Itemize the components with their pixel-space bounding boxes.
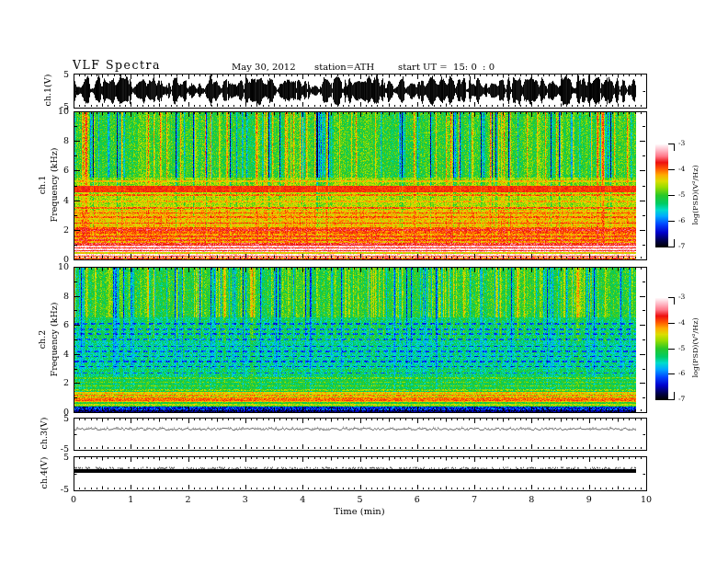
date-label: May 30, 2012 bbox=[232, 63, 296, 72]
spec2-freq-tick-label: 8 bbox=[63, 292, 69, 301]
x-tick-label: 9 bbox=[586, 495, 592, 504]
x-tick-label: 7 bbox=[472, 495, 477, 504]
spec1-freq-tick-label: 2 bbox=[63, 225, 69, 235]
colorbar2-label: log(PSD)(V²/Hz) bbox=[692, 317, 700, 377]
spec1-axis-label: Frequency (kHz) bbox=[50, 148, 59, 223]
ch4v-volt-tick-label: 5 bbox=[63, 453, 69, 462]
colorbar1-tick-label: -3 bbox=[678, 140, 685, 147]
spec2-freq-tick-label: 10 bbox=[58, 262, 69, 271]
spec1-freq-tick-label: 8 bbox=[63, 136, 69, 145]
ch1v-volt-tick-label: 5 bbox=[63, 70, 69, 79]
colorbar1-tick-label: -5 bbox=[678, 191, 685, 199]
colorbar1-tick-label: -6 bbox=[678, 217, 685, 224]
colorbar2-tick-label: -3 bbox=[678, 293, 685, 301]
colorbar1-tick-label: -7 bbox=[678, 243, 685, 250]
spec2-freq-tick-label: 4 bbox=[63, 350, 69, 359]
spec1-freq-tick-label: 6 bbox=[63, 167, 69, 176]
x-tick-label: 3 bbox=[243, 495, 248, 504]
ch1v-axis-label: ch.1(V) bbox=[43, 75, 52, 107]
ch1v-volt-tick-label: -5 bbox=[61, 102, 69, 111]
spec2-freq-tick-label: 2 bbox=[63, 379, 69, 388]
colorbar1-label: log(PSD)(V²/Hz) bbox=[692, 165, 700, 224]
x-tick-label: 10 bbox=[641, 495, 652, 504]
colorbar2-tick-label: -4 bbox=[678, 319, 685, 327]
ch4v-axis-label: ch.4(V) bbox=[40, 457, 49, 489]
ch4v-volt-tick-label: -5 bbox=[61, 485, 69, 494]
spec2-axis-label: Frequency (kHz) bbox=[50, 303, 59, 377]
spectra-plot-canvas bbox=[0, 0, 728, 563]
x-tick-label: 0 bbox=[71, 495, 76, 504]
start-ut-label: start UT = 15: 0 : 0 bbox=[398, 63, 495, 72]
spec2-freq-tick-label: 6 bbox=[63, 320, 69, 329]
x-tick-label: 8 bbox=[529, 495, 534, 504]
spec1-channel-label: ch.1 bbox=[38, 176, 47, 195]
x-tick-label: 4 bbox=[300, 495, 305, 504]
time-axis-label: Time (min) bbox=[334, 507, 384, 516]
x-tick-label: 6 bbox=[415, 495, 420, 504]
spec1-freq-tick-label: 4 bbox=[63, 196, 69, 205]
colorbar1-tick-label: -4 bbox=[678, 166, 685, 173]
x-tick-label: 5 bbox=[357, 495, 362, 504]
spec2-channel-label: ch.2 bbox=[38, 330, 47, 350]
station-label: station=ATH bbox=[314, 63, 374, 72]
vlf-spectra-plot: VLF Spectra May 30, 2012 station=ATH sta… bbox=[0, 0, 728, 563]
ch3v-volt-tick-label: 5 bbox=[63, 414, 69, 423]
colorbar2-tick-label: -6 bbox=[678, 371, 685, 378]
x-tick-label: 1 bbox=[128, 495, 133, 504]
ch3v-axis-label: ch.3(V) bbox=[40, 418, 49, 450]
colorbar2-tick-label: -5 bbox=[678, 345, 685, 352]
colorbar2-tick-label: -7 bbox=[678, 396, 685, 403]
x-tick-label: 2 bbox=[186, 495, 191, 504]
page-title: VLF Spectra bbox=[73, 60, 161, 72]
